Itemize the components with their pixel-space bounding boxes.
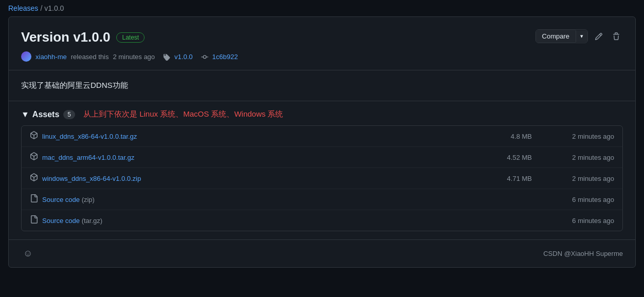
release-header: Version v1.0.0 Latest xiaohh-me released… (9, 17, 635, 70)
asset-filename: mac_ddns_arm64-v1.0.0.tar.gz (42, 154, 470, 161)
compare-button-main[interactable]: Compare (536, 30, 576, 43)
release-footer: ☺ CSDN @XiaoHH Superme (9, 239, 635, 267)
assets-triangle: ▼ (21, 110, 29, 119)
release-description: 实现了基础的阿里云DDNS功能 (21, 81, 623, 90)
asset-size: 4.8 MB (470, 133, 532, 140)
header-actions: Compare ▾ (535, 29, 623, 43)
footer-watermark: CSDN @XiaoHH Superme (543, 250, 623, 257)
asset-size: 4.71 MB (470, 175, 532, 182)
asset-time: 2 minutes ago (532, 154, 614, 161)
tag-icon (163, 52, 170, 61)
assets-section: ▼ Assets 5 从上到下依次是 Linux 系统、MacOS 系统、Win… (9, 101, 635, 239)
asset-row: Source code (zip) 6 minutes ago (22, 189, 622, 210)
asset-row: mac_ddns_arm64-v1.0.0.tar.gz 4.52 MB 2 m… (22, 147, 622, 168)
assets-annotation: 从上到下依次是 Linux 系统、MacOS 系统、Windows 系统 (83, 109, 283, 119)
asset-time: 2 minutes ago (532, 175, 614, 182)
package-icon (30, 152, 38, 162)
asset-filename: windows_ddns_x86-64-v1.0.0.zip (42, 175, 470, 182)
breadcrumb-current: v1.0.0 (44, 4, 64, 12)
commit-link[interactable]: 1c6b922 (212, 53, 238, 61)
asset-file-link[interactable]: mac_ddns_arm64-v1.0.0.tar.gz (42, 154, 134, 161)
package-icon (30, 173, 38, 183)
asset-file-link[interactable]: linux_ddns_x86-64-v1.0.0.tar.gz (42, 133, 137, 140)
emoji-button[interactable]: ☺ (21, 246, 34, 261)
breadcrumb-separator: / (40, 4, 42, 12)
asset-file-link[interactable]: Source code (42, 196, 80, 203)
author-avatar (21, 51, 31, 62)
asset-row: Source code (tar.gz) 6 minutes ago (22, 210, 622, 231)
asset-list: linux_ddns_x86-64-v1.0.0.tar.gz 4.8 MB 2… (21, 125, 623, 231)
tag-link[interactable]: v1.0.0 (174, 53, 192, 61)
file-icon (30, 194, 38, 205)
release-meta: xiaohh-me released this 2 minutes ago v1… (21, 51, 238, 62)
asset-row: windows_ddns_x86-64-v1.0.0.zip 4.71 MB 2… (22, 168, 622, 189)
asset-file-link[interactable]: windows_ddns_x86-64-v1.0.0.zip (42, 175, 141, 182)
release-body: 实现了基础的阿里云DDNS功能 (9, 70, 635, 101)
asset-size: 4.52 MB (470, 154, 532, 161)
asset-file-link[interactable]: Source code (42, 217, 80, 225)
latest-badge: Latest (116, 32, 145, 43)
release-time: 2 minutes ago (113, 53, 155, 61)
breadcrumb: Releases / v1.0.0 (0, 0, 644, 16)
release-action: released this (71, 53, 109, 61)
asset-time: 2 minutes ago (532, 133, 614, 140)
asset-time: 6 minutes ago (532, 196, 614, 203)
release-title-area: Version v1.0.0 Latest xiaohh-me released… (21, 29, 238, 62)
edit-button[interactable] (592, 30, 605, 43)
assets-label: Assets (32, 110, 59, 119)
release-container: Version v1.0.0 Latest xiaohh-me released… (8, 16, 636, 268)
author-link[interactable]: xiaohh-me (35, 53, 67, 61)
asset-row: linux_ddns_x86-64-v1.0.0.tar.gz 4.8 MB 2… (22, 126, 622, 147)
asset-filename: linux_ddns_x86-64-v1.0.0.tar.gz (42, 133, 470, 140)
assets-toggle-button[interactable]: ▼ Assets (21, 110, 59, 119)
compare-button-dropdown[interactable]: ▾ (576, 30, 587, 42)
file-icon (30, 215, 38, 226)
asset-time: 6 minutes ago (532, 217, 614, 225)
compare-button-group[interactable]: Compare ▾ (535, 29, 588, 43)
breadcrumb-releases-link[interactable]: Releases (8, 4, 38, 12)
assets-count-badge: 5 (63, 110, 75, 119)
release-title-row: Version v1.0.0 Latest (21, 29, 238, 45)
assets-header: ▼ Assets 5 从上到下依次是 Linux 系统、MacOS 系统、Win… (21, 109, 623, 119)
asset-filename: Source code (tar.gz) (42, 217, 470, 225)
delete-button[interactable] (610, 30, 623, 43)
package-icon (30, 131, 38, 141)
asset-filename: Source code (zip) (42, 196, 470, 203)
release-title: Version v1.0.0 (21, 29, 110, 45)
commit-icon (201, 52, 208, 61)
